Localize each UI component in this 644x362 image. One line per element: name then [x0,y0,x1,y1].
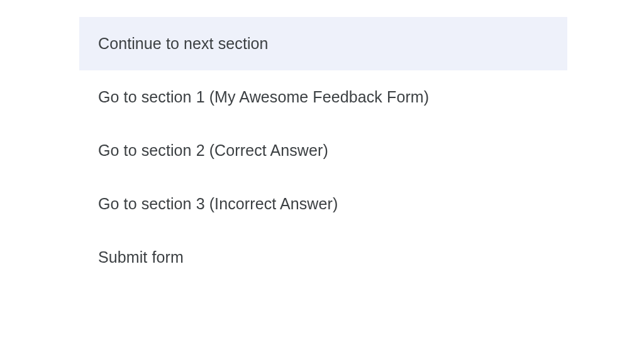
menu-item-go-to-section-2[interactable]: Go to section 2 (Correct Answer) [79,124,567,177]
menu-item-continue-next-section[interactable]: Continue to next section [79,17,567,70]
menu-item-go-to-section-1[interactable]: Go to section 1 (My Awesome Feedback For… [79,70,567,124]
menu-item-go-to-section-3[interactable]: Go to section 3 (Incorrect Answer) [79,177,567,231]
menu-item-submit-form[interactable]: Submit form [79,231,567,284]
menu-item-label: Submit form [98,248,184,266]
menu-item-label: Go to section 3 (Incorrect Answer) [98,195,338,213]
section-routing-dropdown: Continue to next section Go to section 1… [79,17,567,284]
menu-item-label: Go to section 2 (Correct Answer) [98,141,328,160]
menu-item-label: Continue to next section [98,35,269,53]
menu-item-label: Go to section 1 (My Awesome Feedback For… [98,88,429,106]
